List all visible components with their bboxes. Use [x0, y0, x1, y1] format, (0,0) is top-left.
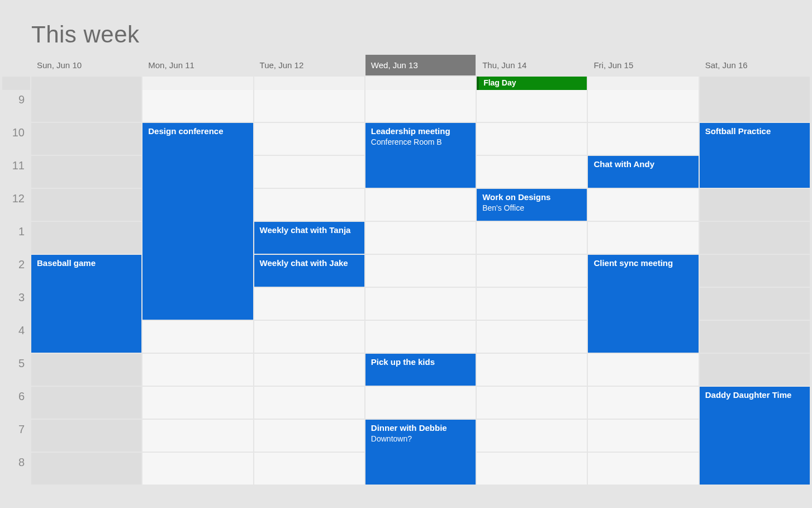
hour-label: 1	[2, 222, 30, 254]
calendar-event[interactable]: Weekly chat with Jake	[254, 255, 364, 287]
time-cell[interactable]	[477, 420, 587, 452]
time-cell[interactable]	[477, 321, 587, 353]
time-cell[interactable]	[700, 189, 810, 221]
time-cell[interactable]	[477, 387, 587, 419]
time-cell[interactable]	[31, 222, 141, 254]
calendar-event[interactable]: Work on DesignsBen's Office	[477, 189, 587, 221]
time-cell[interactable]	[31, 453, 141, 485]
time-cell[interactable]	[588, 420, 698, 452]
time-cell[interactable]	[365, 222, 476, 254]
time-cell[interactable]	[31, 123, 141, 155]
allday-gutter	[2, 77, 30, 90]
calendar-event[interactable]: Dinner with DebbieDowntown?	[365, 420, 476, 485]
time-cell[interactable]	[31, 189, 141, 221]
event-title: Dinner with Debbie	[371, 423, 470, 433]
allday-cell[interactable]: Flag Day	[477, 77, 587, 90]
time-cell[interactable]	[31, 420, 141, 452]
day-header[interactable]: Sat, Jun 16	[700, 55, 810, 75]
time-cell[interactable]	[254, 123, 364, 155]
hour-label: 2	[2, 255, 30, 287]
time-cell[interactable]	[254, 321, 364, 353]
day-header[interactable]: Fri, Jun 15	[588, 55, 698, 75]
time-cell[interactable]	[254, 387, 364, 419]
calendar-event[interactable]: Pick up the kids	[365, 354, 476, 386]
time-cell[interactable]	[254, 156, 364, 188]
time-cell[interactable]	[700, 354, 810, 386]
time-cell[interactable]	[31, 90, 141, 122]
time-cell[interactable]	[365, 189, 476, 221]
time-cell[interactable]	[143, 420, 253, 452]
time-cell[interactable]	[254, 90, 364, 122]
day-header[interactable]: Thu, Jun 14	[477, 55, 587, 75]
time-cell[interactable]	[477, 123, 587, 155]
time-cell[interactable]	[700, 288, 810, 320]
time-cell[interactable]	[31, 387, 141, 419]
time-cell[interactable]	[143, 321, 253, 353]
time-cell[interactable]	[700, 321, 810, 353]
time-cell[interactable]	[365, 321, 476, 353]
day-header[interactable]: Wed, Jun 13	[365, 55, 476, 75]
calendar-event[interactable]: Chat with Andy	[588, 156, 698, 188]
time-cell[interactable]	[365, 255, 476, 287]
time-cell[interactable]	[588, 354, 698, 386]
time-cell[interactable]	[254, 453, 364, 485]
time-cell[interactable]	[588, 123, 698, 155]
time-cell[interactable]	[365, 288, 476, 320]
allday-cell[interactable]	[31, 77, 141, 90]
event-title: Pick up the kids	[371, 357, 470, 367]
time-cell[interactable]	[477, 354, 587, 386]
calendar-event[interactable]: Softball Practice	[700, 123, 810, 188]
event-title: Chat with Andy	[593, 159, 692, 169]
time-cell[interactable]	[143, 90, 253, 122]
time-cell[interactable]	[365, 387, 476, 419]
time-cell[interactable]	[254, 354, 364, 386]
allday-cell[interactable]	[143, 77, 253, 90]
calendar-event[interactable]: Weekly chat with Tanja	[254, 222, 364, 254]
calendar-event[interactable]: Leadership meetingConference Room B	[365, 123, 476, 188]
time-cell[interactable]	[588, 453, 698, 485]
time-cell[interactable]	[477, 453, 587, 485]
time-cell[interactable]	[143, 453, 253, 485]
time-cell[interactable]	[143, 354, 253, 386]
time-cell[interactable]	[365, 90, 476, 122]
calendar-event[interactable]: Baseball game	[31, 255, 141, 353]
allday-cell[interactable]	[588, 77, 698, 90]
time-cell[interactable]	[477, 222, 587, 254]
time-cell[interactable]	[477, 288, 587, 320]
calendar-event[interactable]: Design conference	[143, 123, 253, 320]
time-cell[interactable]	[700, 222, 810, 254]
time-cell[interactable]	[477, 90, 587, 122]
event-title: Weekly chat with Jake	[260, 258, 359, 268]
allday-event[interactable]: Flag Day	[477, 77, 587, 90]
time-cell[interactable]	[588, 189, 698, 221]
allday-cell[interactable]	[365, 77, 476, 90]
time-cell[interactable]	[700, 255, 810, 287]
time-cell[interactable]	[477, 255, 587, 287]
day-header[interactable]: Mon, Jun 11	[143, 55, 253, 75]
time-cell[interactable]	[143, 387, 253, 419]
time-cell[interactable]	[31, 354, 141, 386]
calendar-event[interactable]: Daddy Daughter Time	[700, 387, 810, 485]
time-cell[interactable]	[588, 90, 698, 122]
time-cell[interactable]	[700, 90, 810, 122]
time-cell[interactable]	[588, 387, 698, 419]
allday-cell[interactable]	[700, 77, 810, 90]
time-cell[interactable]	[254, 288, 364, 320]
event-title: Daddy Daughter Time	[705, 390, 804, 400]
time-cell[interactable]	[477, 156, 587, 188]
day-header[interactable]: Sun, Jun 10	[31, 55, 141, 75]
time-cell[interactable]	[254, 189, 364, 221]
time-cell[interactable]	[588, 222, 698, 254]
day-header[interactable]: Tue, Jun 12	[254, 55, 364, 75]
event-location: Downtown?	[371, 434, 470, 443]
allday-cell[interactable]	[254, 77, 364, 90]
time-cell[interactable]	[254, 420, 364, 452]
day-header-row: Sun, Jun 10Mon, Jun 11Tue, Jun 12Wed, Ju…	[0, 55, 812, 75]
event-title: Client sync meeting	[593, 258, 692, 268]
hour-label: 8	[2, 453, 30, 485]
time-cell[interactable]	[31, 156, 141, 188]
event-title: Baseball game	[37, 258, 136, 268]
calendar-event[interactable]: Client sync meeting	[588, 255, 698, 353]
calendar-grid[interactable]: 910111212345678 Baseball gameDesign conf…	[0, 90, 812, 485]
event-title: Leadership meeting	[371, 126, 470, 136]
